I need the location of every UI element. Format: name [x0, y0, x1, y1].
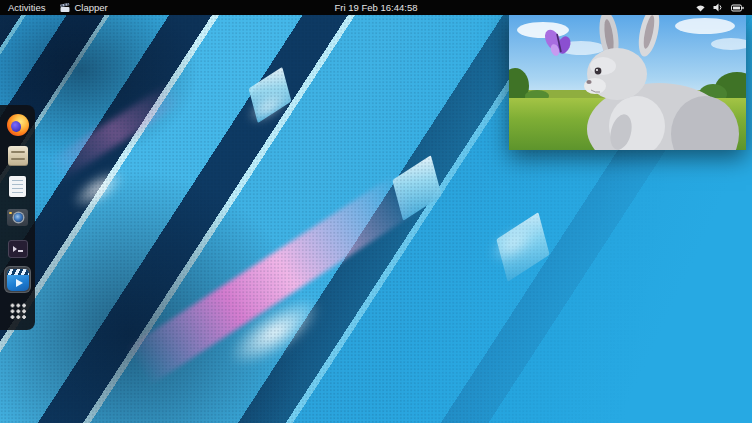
terminal-icon [8, 240, 28, 258]
power-icon [731, 4, 744, 12]
volume-icon [713, 3, 724, 12]
clapper-video-window[interactable] [509, 14, 746, 150]
dock-item-terminal[interactable] [4, 235, 31, 262]
system-tray[interactable] [695, 0, 752, 15]
dock-item-camera[interactable] [4, 204, 31, 231]
dock-item-text-editor[interactable] [4, 173, 31, 200]
clapper-app-icon [60, 3, 70, 13]
dock-item-firefox[interactable] [4, 111, 31, 138]
show-applications-icon [9, 302, 26, 319]
text-editor-icon [9, 176, 26, 197]
clapper-icon [7, 269, 29, 291]
clock[interactable]: Fri 19 Feb 16:44:58 [335, 2, 418, 13]
dock [0, 105, 35, 330]
dock-item-show-applications[interactable] [4, 297, 31, 324]
activities-button[interactable]: Activities [0, 0, 53, 15]
firefox-icon [7, 114, 29, 136]
dock-item-files[interactable] [4, 142, 31, 169]
dock-item-clapper[interactable] [4, 266, 31, 293]
camera-icon [7, 209, 28, 226]
focused-app-menu[interactable]: Clapper [53, 0, 114, 15]
top-bar: Activities Clapper Fri 19 Feb 16:44:58 [0, 0, 752, 15]
video-frame [509, 14, 746, 150]
focused-app-name: Clapper [74, 2, 107, 13]
network-icon [695, 3, 706, 12]
desktop[interactable]: Activities Clapper Fri 19 Feb 16:44:58 [0, 0, 752, 423]
files-icon [8, 146, 28, 166]
